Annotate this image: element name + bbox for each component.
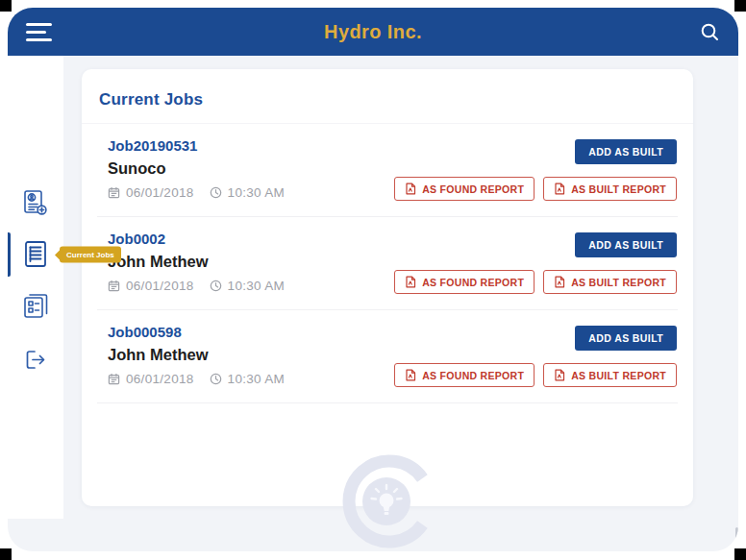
as-built-report-button[interactable]: AS BUILT REPORT (543, 270, 677, 294)
job-date: 06/01/2018 (126, 279, 194, 293)
job-time: 10:30 AM (228, 185, 285, 200)
job-row: Job20190531 Sunoco (82, 124, 693, 216)
job-row: Job000598 John Methew (82, 310, 693, 402)
job-actions: ADD AS BUILT AS FOUND RE (394, 324, 677, 387)
job-date: 06/01/2018 (126, 185, 194, 200)
as-built-report-button[interactable]: AS BUILT REPORT (543, 363, 677, 387)
job-info: Job0002 John Methew (108, 231, 285, 294)
sidebar-item-completed-jobs[interactable] (8, 288, 63, 323)
sidebar-item-logout[interactable] (8, 343, 63, 377)
add-as-built-button[interactable]: ADD AS BUILT (575, 326, 677, 351)
document-lines-icon (20, 238, 51, 271)
logout-arrow-icon (20, 345, 51, 376)
pdf-file-icon (405, 369, 416, 381)
sidebar-item-new-job[interactable] (8, 186, 63, 221)
sidebar-item-current-jobs[interactable]: Current Jobs (8, 237, 63, 272)
pdf-file-icon (554, 276, 565, 288)
as-found-report-button[interactable]: AS FOUND REPORT (394, 177, 535, 201)
app-body: Current Jobs (8, 56, 738, 551)
calendar-icon (108, 186, 120, 199)
divider (97, 402, 678, 403)
calendar-icon (108, 280, 120, 292)
job-row: Job0002 John Methew (82, 217, 693, 309)
document-add-user-icon (20, 187, 51, 220)
job-meta: 06/01/2018 10:30 AM (108, 184, 285, 200)
search-icon[interactable] (700, 22, 720, 42)
job-client-name: John Methew (108, 252, 285, 271)
tooltip-label: Current Jobs (66, 251, 114, 259)
corner-artifact (734, 0, 746, 12)
app-header: Hydro Inc. (8, 8, 738, 56)
button-label: AS BUILT REPORT (571, 370, 666, 381)
report-buttons: AS FOUND REPORT AS BUI (394, 270, 677, 294)
report-buttons: AS FOUND REPORT AS BUI (394, 363, 677, 387)
job-actions: ADD AS BUILT AS FOUND RE (394, 137, 677, 201)
screenshot-canvas: Hydro Inc. (0, 0, 746, 560)
pdf-file-icon (554, 183, 565, 195)
current-jobs-tooltip: Current Jobs (60, 247, 121, 263)
app-title: Hydro Inc. (8, 21, 738, 43)
pdf-file-icon (554, 369, 565, 381)
corner-artifact (734, 548, 746, 560)
button-label: AS BUILT REPORT (571, 277, 666, 288)
job-time: 10:30 AM (228, 279, 285, 293)
hamburger-menu-icon[interactable] (26, 23, 52, 41)
button-label: AS FOUND REPORT (422, 277, 524, 288)
clock-icon (210, 373, 222, 385)
job-time: 10:30 AM (228, 372, 285, 386)
job-number-link[interactable]: Job000598 (108, 324, 285, 341)
job-date: 06/01/2018 (126, 372, 194, 386)
scrollbar-thumb[interactable] (735, 527, 738, 542)
page-title: Current Jobs (99, 90, 693, 110)
job-info: Job000598 John Methew (108, 324, 285, 387)
sidebar: Current Jobs (8, 56, 63, 519)
clock-icon (210, 280, 222, 292)
app-window: Hydro Inc. (8, 8, 738, 551)
job-number-link[interactable]: Job0002 (108, 231, 285, 248)
add-as-built-button[interactable]: ADD AS BUILT (575, 232, 677, 257)
job-client-name: Sunoco (108, 158, 285, 178)
button-label: AS BUILT REPORT (571, 183, 666, 195)
as-found-report-button[interactable]: AS FOUND REPORT (394, 363, 535, 387)
calendar-icon (108, 373, 120, 385)
job-meta: 06/01/2018 10:30 AM (108, 371, 285, 386)
stacked-checklist-icon (20, 289, 51, 322)
corner-artifact (0, 0, 12, 12)
current-jobs-card: Current Jobs Job20190531 Sunoco (82, 69, 693, 506)
pdf-file-icon (405, 183, 416, 195)
button-label: AS FOUND REPORT (422, 370, 524, 381)
job-number-link[interactable]: Job20190531 (108, 137, 285, 155)
as-found-report-button[interactable]: AS FOUND REPORT (394, 270, 535, 294)
pdf-file-icon (405, 276, 416, 288)
button-label: AS FOUND REPORT (422, 183, 524, 195)
job-client-name: John Methew (108, 345, 285, 364)
clock-icon (210, 186, 222, 199)
active-indicator (8, 232, 11, 277)
corner-artifact (0, 548, 12, 560)
job-info: Job20190531 Sunoco (108, 137, 285, 201)
add-as-built-button[interactable]: ADD AS BUILT (575, 139, 677, 164)
report-buttons: AS FOUND REPORT AS BUI (394, 177, 677, 201)
as-built-report-button[interactable]: AS BUILT REPORT (543, 177, 677, 201)
content-area: Current Jobs Job20190531 Sunoco (63, 56, 738, 551)
job-meta: 06/01/2018 10:30 AM (108, 278, 285, 293)
job-actions: ADD AS BUILT AS FOUND RE (394, 231, 677, 294)
